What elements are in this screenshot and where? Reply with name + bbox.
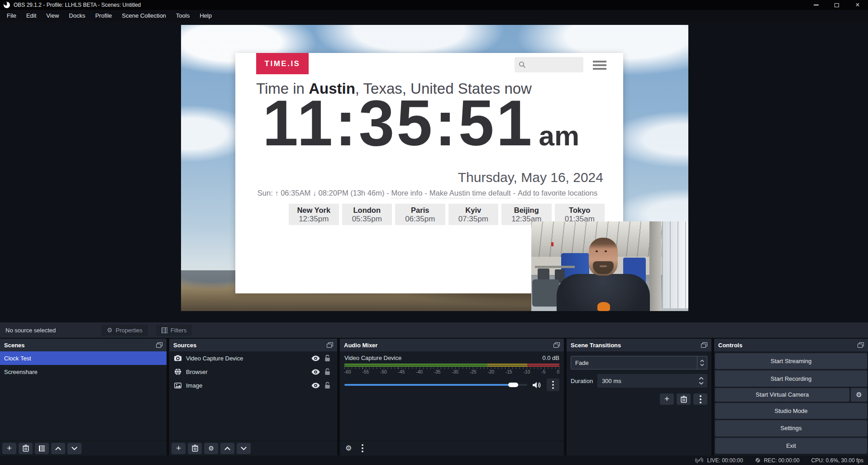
- popout-icon[interactable]: [327, 342, 333, 348]
- source-context-toolbar: No source selected ⚙ Properties Filters: [0, 322, 868, 338]
- move-scene-up-button[interactable]: [51, 443, 65, 454]
- transition-select[interactable]: Fade: [571, 356, 707, 369]
- remove-scene-button[interactable]: [19, 443, 33, 454]
- lock-icon[interactable]: [321, 382, 333, 389]
- filters-button[interactable]: Filters: [156, 325, 192, 336]
- trash-icon: [681, 396, 687, 403]
- settings-button[interactable]: Settings: [715, 420, 867, 436]
- preview-scene[interactable]: TIME.IS Time in Austin, Texas, United St…: [181, 25, 688, 311]
- sun-info-line: Sun: ↑ 06:35AM ↓ 08:20PM (13h 46m) - Mor…: [235, 189, 620, 198]
- transition-properties-button[interactable]: [693, 393, 707, 405]
- speaker-icon[interactable]: [533, 382, 541, 388]
- start-recording-button[interactable]: Start Recording: [715, 370, 867, 386]
- obs-window: { "window": { "title": "OBS 29.1.2 - Pro…: [0, 0, 868, 465]
- make-default-link: Make Austin time default: [429, 189, 511, 198]
- scenes-panel-header[interactable]: Scenes: [0, 339, 167, 351]
- popout-icon[interactable]: [553, 342, 560, 348]
- menu-help[interactable]: Help: [195, 11, 217, 20]
- meter-ticks: [344, 367, 559, 369]
- record-inactive-icon: [755, 457, 761, 463]
- menu-view[interactable]: View: [41, 11, 64, 20]
- move-scene-down-button[interactable]: [67, 443, 81, 454]
- cpu-fps-stats: CPU: 0.6%, 30.00 fps: [811, 457, 863, 464]
- source-item-image[interactable]: Image: [169, 379, 337, 392]
- scene-transitions-header[interactable]: Scene Transitions: [567, 339, 711, 351]
- more-info-link: More info: [391, 189, 423, 198]
- audio-mixer-body: Video Capture Device 0.0 dB -60-55-50-45…: [340, 351, 564, 441]
- visibility-eye-icon[interactable]: [310, 369, 321, 375]
- move-source-down-button[interactable]: [237, 443, 251, 454]
- plus-icon: +: [176, 444, 181, 452]
- scene-transitions-panel: Scene Transitions Fade Duration 300 ms: [567, 339, 711, 455]
- popout-icon[interactable]: [701, 342, 707, 348]
- menu-tools[interactable]: Tools: [171, 11, 195, 20]
- close-button[interactable]: ×: [847, 0, 868, 10]
- menu-edit[interactable]: Edit: [21, 11, 41, 20]
- sources-panel-header[interactable]: Sources: [169, 339, 337, 351]
- advanced-audio-icon[interactable]: ⚙: [345, 445, 352, 452]
- spin-chevrons-icon[interactable]: [696, 377, 707, 385]
- scenes-panel: Scenes Clock Test Screenshare +: [0, 339, 167, 455]
- source-item-video-capture[interactable]: Video Capture Device: [169, 351, 337, 365]
- preview-area: TIME.IS Time in Austin, Texas, United St…: [0, 21, 868, 322]
- start-virtual-camera-button[interactable]: Start Virtual Camera: [715, 388, 849, 402]
- minimize-icon: [814, 5, 819, 5]
- scene-item-clock-test[interactable]: Clock Test: [0, 351, 167, 365]
- volume-slider-handle[interactable]: [508, 383, 518, 387]
- start-streaming-button[interactable]: Start Streaming: [715, 353, 867, 369]
- sources-panel: Sources Video Capture Device Browser Ima…: [169, 339, 337, 455]
- popout-icon[interactable]: [858, 342, 864, 348]
- source-status-text: No source selected: [5, 327, 101, 334]
- volume-slider[interactable]: [344, 384, 527, 386]
- virtual-camera-config-button[interactable]: ⚙: [851, 388, 867, 402]
- menu-scene-collection[interactable]: Scene Collection: [117, 11, 171, 20]
- audio-mixer-header[interactable]: Audio Mixer: [340, 339, 564, 351]
- title-bar[interactable]: OBS 29.1.2 - Profile: LLHLS BETA - Scene…: [0, 0, 868, 10]
- combo-chevrons-icon: [697, 356, 707, 369]
- source-properties-button[interactable]: ⚙: [204, 443, 218, 454]
- menu-docks[interactable]: Docks: [64, 11, 90, 20]
- duration-spinbox[interactable]: 300 ms: [597, 374, 707, 388]
- controls-header[interactable]: Controls: [714, 339, 868, 351]
- maximize-icon: [835, 3, 839, 7]
- volume-meter: [344, 364, 559, 367]
- menu-file[interactable]: File: [2, 11, 21, 20]
- sources-list: Video Capture Device Browser Image: [169, 351, 337, 441]
- webcam-windows: [662, 221, 688, 308]
- add-source-button[interactable]: +: [172, 443, 186, 454]
- sun-times: Sun: ↑ 06:35AM ↓ 08:20PM (13h 46m) -: [258, 189, 389, 198]
- remove-source-button[interactable]: [188, 443, 202, 454]
- plus-icon: +: [664, 394, 669, 403]
- visibility-eye-icon[interactable]: [310, 355, 321, 361]
- kebab-menu-icon: [700, 398, 701, 400]
- citybox-kyiv: Kyiv07:35pm: [448, 204, 499, 225]
- filters-icon: [39, 446, 45, 451]
- gear-icon: ⚙: [208, 445, 214, 451]
- visibility-eye-icon[interactable]: [310, 383, 321, 388]
- minimize-button[interactable]: [806, 0, 826, 10]
- scene-transitions-body: Fade Duration 300 ms +: [567, 351, 711, 455]
- maximize-button[interactable]: [826, 0, 847, 10]
- add-transition-button[interactable]: +: [660, 393, 674, 405]
- scene-filters-button[interactable]: [35, 443, 49, 454]
- search-input: [515, 57, 583, 72]
- scene-item-screenshare[interactable]: Screenshare: [0, 365, 167, 379]
- remove-transition-button[interactable]: [677, 393, 691, 405]
- source-item-browser[interactable]: Browser: [169, 365, 337, 379]
- lock-icon[interactable]: [321, 368, 333, 375]
- menu-profile[interactable]: Profile: [90, 11, 117, 20]
- studio-mode-button[interactable]: Studio Mode: [715, 403, 867, 419]
- mixer-channel-menu-button[interactable]: [547, 379, 559, 391]
- kebab-menu-icon: [552, 384, 554, 386]
- exit-button[interactable]: Exit: [715, 438, 867, 454]
- close-icon: ×: [855, 1, 859, 9]
- chevron-down-icon: [241, 446, 247, 451]
- mixer-menu-icon[interactable]: [362, 447, 363, 449]
- add-scene-button[interactable]: +: [2, 443, 16, 454]
- timeis-logo: TIME.IS: [256, 53, 309, 74]
- properties-button[interactable]: ⚙ Properties: [101, 325, 148, 336]
- lock-icon[interactable]: [321, 355, 333, 362]
- move-source-up-button[interactable]: [220, 443, 234, 454]
- window-title: OBS 29.1.2 - Profile: LLHLS BETA - Scene…: [14, 2, 141, 8]
- popout-icon[interactable]: [156, 342, 162, 348]
